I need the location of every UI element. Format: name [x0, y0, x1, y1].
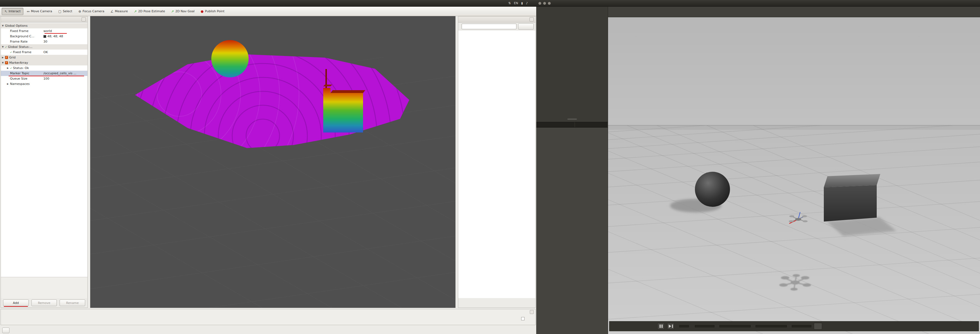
real-time-value[interactable]: [756, 325, 787, 327]
tool-2d-pose-estimate-button[interactable]: ↗ 2D Pose Estimate: [131, 8, 168, 15]
row-marker-topic[interactable]: Marker Topic /occupied_cells_vis ...: [1, 71, 88, 76]
gazebo-3d-canvas[interactable]: [608, 17, 980, 334]
minimize-window-icon[interactable]: [543, 2, 546, 5]
row-global-options[interactable]: ▼ Global Options: [1, 23, 88, 29]
add-tool-button[interactable]: [282, 8, 288, 14]
property-help-box: [1, 277, 88, 298]
expand-arrow-icon[interactable]: ▼: [2, 62, 5, 64]
network-indicator-icon[interactable]: ⇅: [508, 2, 511, 5]
panel-splitter-right[interactable]: [455, 16, 458, 308]
row-queue-size[interactable]: Queue Size 100: [1, 76, 88, 81]
property-value[interactable]: world: [43, 29, 88, 33]
tool-icon: ↗: [134, 10, 137, 13]
panel-splitter-left[interactable]: [88, 16, 90, 308]
row-markerarray-display[interactable]: ▼ MarkerArray: [1, 60, 88, 65]
property-name: Background C...: [10, 35, 43, 38]
ground-plane: [608, 126, 980, 334]
property-value[interactable]: OK: [43, 50, 88, 54]
row-background-color[interactable]: Background C... 48; 48; 48: [1, 34, 88, 39]
gazebo-playback-bar: [609, 321, 979, 331]
property-name: Frame Rate: [10, 40, 43, 43]
close-icon[interactable]: [530, 310, 534, 314]
unit-box-model[interactable]: [824, 174, 880, 221]
enabled-checkbox[interactable]: [5, 56, 8, 59]
enabled-checkbox[interactable]: [5, 61, 8, 64]
displays-buttons: Add Remove Rename: [1, 298, 88, 307]
property-value[interactable]: /occupied_cells_vis ...: [43, 72, 88, 75]
row-frame-rate[interactable]: Frame Rate 30: [1, 39, 88, 44]
close-window-icon[interactable]: [538, 2, 541, 5]
remove-tool-button[interactable]: [291, 8, 300, 14]
expand-arrow-icon[interactable]: ▶: [7, 67, 10, 69]
keyboard-layout-indicator[interactable]: EN: [514, 2, 518, 5]
sim-time-value[interactable]: [719, 325, 751, 327]
row-fixed-frame[interactable]: Fixed Frame world: [1, 29, 88, 34]
remove-display-button: Remove: [32, 299, 57, 306]
gazebo-3d-viewport[interactable]: [608, 17, 980, 334]
row-namespaces[interactable]: ▶ Namespaces: [1, 81, 88, 87]
ubuntu-top-panel-left: ⇅EN▮♪: [0, 0, 536, 7]
panel-resize-handle[interactable]: [567, 119, 577, 120]
rviz-toolbar: ↖ Interact ↔ Move Camera ▢ Select ⊕: [0, 7, 536, 16]
tool-select-button[interactable]: ▢ Select: [56, 8, 75, 15]
add-display-button[interactable]: Add: [3, 299, 29, 306]
expand-arrow-icon[interactable]: ▼: [2, 24, 5, 27]
tool-measure-button[interactable]: ∠ Measure: [108, 8, 131, 15]
property-name: Queue Size: [10, 77, 43, 80]
row-grid-display[interactable]: ▶ Grid: [1, 55, 88, 60]
tool-label: 2D Nav Goal: [175, 10, 195, 13]
tool-icon: ●: [201, 10, 204, 13]
tool-icon: ∠: [111, 10, 114, 13]
battery-indicator-icon[interactable]: ▮: [521, 2, 523, 5]
row-markerarray-status[interactable]: ▶ ✓ Status: Ok: [1, 65, 88, 71]
expand-arrow-icon[interactable]: ▶: [2, 56, 5, 59]
tool-label: Focus Camera: [83, 10, 104, 13]
view-type-combobox[interactable]: [461, 24, 517, 29]
tool-publish-point-button[interactable]: ● Publish Point: [198, 8, 228, 15]
step-button[interactable]: [667, 323, 674, 329]
rviz-3d-canvas[interactable]: [90, 16, 455, 308]
tool-label: Interact: [9, 10, 21, 13]
tool-focus-camera-button[interactable]: ⊕ Focus Camera: [76, 8, 107, 15]
displays-panel-header: [1, 16, 88, 22]
displays-panel: ▼ Global Options Fixed: [0, 16, 88, 308]
tool-icon: ↖: [5, 10, 7, 13]
tool-interact-button[interactable]: ↖ Interact: [2, 8, 23, 15]
window-controls[interactable]: [538, 2, 551, 5]
tool-label: Select: [63, 10, 72, 13]
zero-button[interactable]: [518, 23, 534, 30]
reset-time-button[interactable]: [2, 328, 10, 333]
steps-value[interactable]: [679, 325, 689, 327]
color-swatch: [43, 35, 46, 38]
tool-label: Publish Point: [205, 10, 224, 13]
rviz-main-area: ▼ Global Options Fixed: [0, 16, 536, 308]
row-global-status[interactable]: ▼ ✓ Global Status:...: [1, 44, 88, 49]
expand-arrow-icon[interactable]: ▶: [7, 83, 10, 85]
sound-indicator-icon[interactable]: ♪: [526, 2, 528, 5]
unit-sphere-model[interactable]: [695, 172, 730, 207]
expand-arrow-icon[interactable]: ▼: [2, 46, 5, 48]
close-icon[interactable]: [81, 17, 86, 21]
close-icon[interactable]: [530, 17, 534, 21]
pause-button[interactable]: [657, 323, 665, 329]
real-time-factor-value[interactable]: [695, 325, 714, 327]
maximize-window-icon[interactable]: [548, 2, 551, 5]
iterations-value[interactable]: [792, 325, 811, 327]
reset-button[interactable]: [814, 323, 822, 329]
tool-move-camera-button[interactable]: ↔ Move Camera: [24, 8, 55, 15]
tool-2d-nav-goal-button[interactable]: ↗ 2D Nav Goal: [169, 8, 197, 15]
tool-icon: ↔: [27, 10, 30, 13]
property-name: MarkerArray: [9, 61, 43, 65]
property-value[interactable]: 30: [43, 40, 88, 43]
experimental-checkbox[interactable]: [521, 317, 525, 320]
status-icon: ✓: [10, 51, 12, 54]
displays-tree: ▼ Global Options Fixed: [1, 22, 88, 277]
rviz-3d-viewport[interactable]: [90, 16, 455, 308]
property-value[interactable]: 100: [43, 77, 88, 80]
property-value[interactable]: 48; 48; 48: [43, 35, 88, 38]
sky: [608, 17, 980, 126]
row-status-fixed-frame[interactable]: ✓ Fixed Frame OK: [1, 49, 88, 55]
views-tree: [458, 30, 535, 298]
property-name: Global Status:...: [8, 45, 43, 49]
status-icon: ✓: [10, 67, 12, 70]
